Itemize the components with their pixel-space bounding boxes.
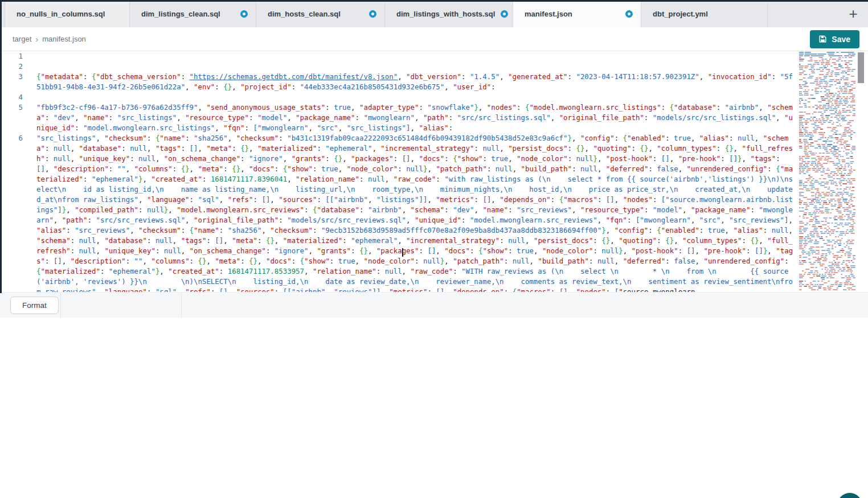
code-line[interactable]: 5"fbb9f3c2-cf96-4a17-b736-976a62d35ff9",… [0,102,868,133]
window-edge-left [0,0,2,293]
tab-label: dim_listings_clean.sql [141,10,220,18]
code-lines: 1 2 3{"metadata": {"dbt_schema_version":… [0,51,868,292]
unsaved-dot-icon[interactable] [501,10,508,18]
text-caret [402,248,403,257]
editor-footer: Format [0,292,868,318]
line-number: 2 [0,61,23,72]
line-number: 6 [0,133,23,292]
line-number: 3 [0,72,23,92]
unsaved-dot-icon[interactable] [625,10,633,18]
tab-label: dbt_project.yml [653,10,708,18]
tab-label: dim_hosts_clean.sql [268,10,341,18]
tab-manifest-json[interactable]: manifest.json [513,0,641,27]
results-panel [0,318,868,498]
save-button[interactable]: Save [810,30,859,48]
format-button[interactable]: Format [10,297,59,314]
tab-no-nulls-in-columns[interactable]: no_nulls_in_columns.sql [5,0,130,27]
tab-dbt-project-yml[interactable]: dbt_project.yml [641,0,768,27]
code-text: {"metadata": {"dbt_schema_version": "htt… [36,72,794,92]
code-line[interactable]: 3{"metadata": {"dbt_schema_version": "ht… [0,72,868,92]
breadcrumb-folder[interactable]: target [13,35,31,43]
code-text [36,61,794,72]
divider [60,293,61,318]
tab-bar: no_nulls_in_columns.sql dim_listings_cle… [0,0,868,27]
breadcrumb: target › manifest.json [13,35,86,43]
tab-label: manifest.json [525,10,572,18]
chevron-right-icon: › [35,35,38,43]
file-header: target › manifest.json Save [0,27,868,51]
tabbar-spacer [768,0,842,27]
floppy-icon [819,35,826,43]
code-line[interactable]: 4 [0,92,868,102]
tab-dim-listings-with-hosts[interactable]: dim_listings_with_hosts.sql [385,0,513,27]
code-line[interactable]: 6"src_listings", "checksum": {"name": "s… [0,133,868,292]
tab-label: dim_listings_with_hosts.sql [396,10,495,18]
code-text: "fbb9f3c2-cf96-4a17-b736-976a62d35ff9", … [36,102,794,133]
line-number: 5 [0,102,23,133]
tab-label: no_nulls_in_columns.sql [17,10,105,18]
code-editor[interactable]: 1 2 3{"metadata": {"dbt_schema_version":… [0,51,868,292]
line-number: 4 [0,92,23,102]
code-line[interactable]: 1 [0,51,868,61]
code-text: "src_listings", "checksum": {"name": "sh… [36,133,794,292]
plus-icon[interactable]: + [842,0,865,27]
unsaved-dot-icon[interactable] [240,10,248,18]
line-number: 1 [0,51,23,61]
unsaved-dot-icon[interactable] [369,10,376,18]
tab-dim-listings-clean[interactable]: dim_listings_clean.sql [130,0,256,27]
minimap[interactable] [799,52,855,291]
window-edge-top [0,0,868,2]
code-text [36,51,794,61]
save-label: Save [832,35,850,44]
code-line[interactable]: 2 [0,61,868,72]
tab-dim-hosts-clean[interactable]: dim_hosts_clean.sql [256,0,385,27]
breadcrumb-file[interactable]: manifest.json [42,35,86,43]
divider [181,293,182,318]
scrollbar-thumb[interactable] [858,52,864,83]
code-text [36,92,794,102]
